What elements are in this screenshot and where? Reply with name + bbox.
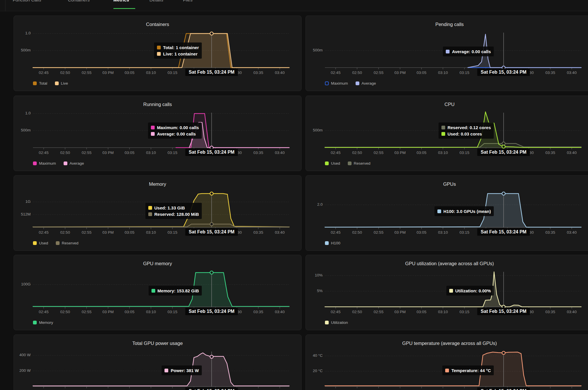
crosshair-marker	[502, 192, 505, 195]
legend-swatch	[325, 241, 329, 245]
chart-plot[interactable]	[14, 335, 302, 390]
x-axis-label: 02:55	[82, 70, 92, 75]
legend-swatch	[64, 161, 67, 165]
crosshair-date-tooltip: Sat Feb 15, 03:24 PM	[477, 387, 530, 390]
crosshair-marker	[502, 145, 505, 148]
x-axis-label: 03:05	[417, 230, 426, 235]
x-axis-label: 03:05	[125, 151, 134, 155]
x-axis-label: 03:10	[146, 310, 156, 314]
x-axis-label: 03:10	[146, 70, 156, 75]
legend-item-h100[interactable]: H100	[325, 241, 340, 245]
tooltip-text: Live: 1 container	[163, 51, 197, 56]
crosshair-marker	[502, 142, 505, 145]
y-axis-label: 2.0	[306, 202, 323, 207]
chart-legend: MaximumAverage	[325, 81, 376, 86]
legend-item-average[interactable]: Average	[356, 81, 376, 86]
series-line-power	[33, 353, 289, 386]
tooltip-row: Utilization: 0.00%	[449, 287, 491, 294]
x-axis-label: 03:35	[546, 70, 555, 75]
chart-tooltip: Reserved: 0.12 coresUsed: 0.03 cores	[439, 122, 494, 139]
chart-card-gpu-utilization: GPU utilization (average across all GPUs…	[306, 255, 588, 330]
tab-details[interactable]: Details	[149, 0, 163, 3]
y-axis-label: 400 W	[14, 353, 31, 357]
crosshair-date-tooltip: Sat Feb 15, 03:24 PM	[185, 228, 238, 236]
x-axis-label: 02:55	[82, 230, 92, 235]
chart-legend: H100	[325, 241, 340, 245]
x-axis-label: 02:45	[39, 151, 49, 155]
tooltip-text: Maximum: 0.00 calls	[157, 125, 199, 130]
crosshair-date-tooltip: Sat Feb 15, 03:24 PM	[185, 308, 238, 315]
tab-bar: Function Calls Containers Metrics Detail…	[0, 0, 588, 11]
tooltip-row: Live: 1 container	[157, 51, 199, 57]
chart-tooltip: Used: 1.33 GiBReserved: 128.00 MiB	[145, 203, 202, 219]
x-axis-label: 03 PM	[102, 230, 114, 235]
legend-item-reserved[interactable]: Reserved	[348, 161, 371, 166]
x-axis-label: 03 PM	[394, 151, 406, 155]
crosshair-marker	[210, 222, 213, 226]
x-axis-label: 03:35	[254, 151, 263, 155]
tooltip-swatch	[151, 126, 155, 129]
tab-metrics[interactable]: Metrics	[113, 0, 129, 3]
legend-item-total[interactable]: Total	[33, 81, 47, 86]
x-axis-label: 03:15	[460, 151, 469, 155]
x-axis-label: 03:10	[146, 230, 156, 235]
crosshair-marker	[210, 32, 213, 35]
legend-label: Memory	[39, 320, 53, 325]
crosshair-date-tooltip: Sat Feb 15, 03:24 PM	[185, 68, 238, 76]
crosshair-marker	[210, 355, 213, 359]
legend-item-live[interactable]: Live	[55, 81, 68, 86]
chart-card-containers: Containers1.0500m02:4502:5002:5503 PM03:…	[14, 16, 302, 91]
legend-item-maximum[interactable]: Maximum	[33, 161, 56, 166]
x-axis-label: 03:40	[567, 70, 577, 75]
x-axis-label: 03:40	[567, 310, 577, 314]
x-axis-label: 02:45	[331, 151, 341, 155]
x-axis-label: 03:10	[438, 151, 448, 155]
tooltip-text: Reserved: 128.00 MiB	[154, 212, 199, 217]
chart-card-gpu-power: Total GPU power usage400 W200 W02:4502:5…	[14, 335, 302, 390]
x-axis-label: 02:50	[60, 230, 70, 235]
x-axis-label: 03:40	[275, 230, 285, 235]
legend-item-maximum[interactable]: Maximum	[325, 81, 348, 86]
tooltip-text: Power: 381 W	[171, 368, 199, 373]
legend-item-utilization[interactable]: Utilization	[325, 320, 348, 325]
y-axis-label: 1.0	[14, 31, 31, 35]
x-axis-label: 03:40	[275, 310, 285, 314]
y-axis-label: 100G	[14, 282, 31, 286]
tooltip-text: Used: 1.33 GiB	[154, 205, 185, 210]
legend-item-reserved[interactable]: Reserved	[56, 241, 79, 245]
chart-legend: TotalLive	[33, 81, 68, 86]
legend-item-average[interactable]: Average	[64, 161, 84, 166]
chart-card-gpus: GPUs2.002:4502:5002:5503 PM03:0503:1003:…	[306, 175, 588, 251]
legend-label: Used	[331, 161, 340, 166]
tooltip-swatch	[449, 289, 453, 293]
y-axis-label: 40 °C	[306, 353, 323, 358]
tab-files[interactable]: Files	[183, 0, 193, 3]
y-axis-label: 1.0	[14, 111, 31, 115]
tooltip-text: Total: 1 container	[163, 45, 199, 50]
x-axis-label: 02:50	[352, 230, 362, 235]
crosshair-date-tooltip: Sat Feb 15, 03:24 PM	[185, 387, 238, 390]
tooltip-row: H100: 3.0 GPUs (mean)	[437, 208, 491, 214]
x-axis-label: 03:35	[546, 151, 555, 155]
tooltip-swatch	[157, 46, 161, 49]
tab-function-calls[interactable]: Function Calls	[13, 0, 41, 3]
tab-containers[interactable]: Containers	[68, 0, 90, 3]
legend-item-used[interactable]: Used	[33, 241, 48, 245]
tooltip-swatch	[445, 369, 449, 372]
chart-tooltip: Total: 1 containerLive: 1 container	[154, 42, 202, 59]
legend-swatch	[55, 81, 59, 85]
x-axis-label: 02:50	[352, 310, 362, 314]
y-axis-label: 500m	[14, 128, 31, 132]
x-axis-label: 03:15	[460, 230, 469, 235]
x-axis-label: 03:05	[417, 310, 426, 314]
x-axis-label: 03 PM	[102, 310, 114, 314]
legend-item-memory[interactable]: Memory	[33, 320, 53, 325]
legend-item-used[interactable]: Used	[325, 161, 340, 166]
tooltip-row: Average: 0.00 calls	[151, 131, 199, 137]
x-axis-label: 03:15	[168, 230, 177, 235]
y-axis-label: 500m	[306, 48, 323, 52]
tooltip-row: Maximum: 0.00 calls	[151, 124, 199, 131]
tooltip-row: Reserved: 128.00 MiB	[148, 211, 199, 217]
x-axis-label: 03:10	[438, 310, 448, 314]
chart-plot[interactable]	[306, 335, 588, 390]
